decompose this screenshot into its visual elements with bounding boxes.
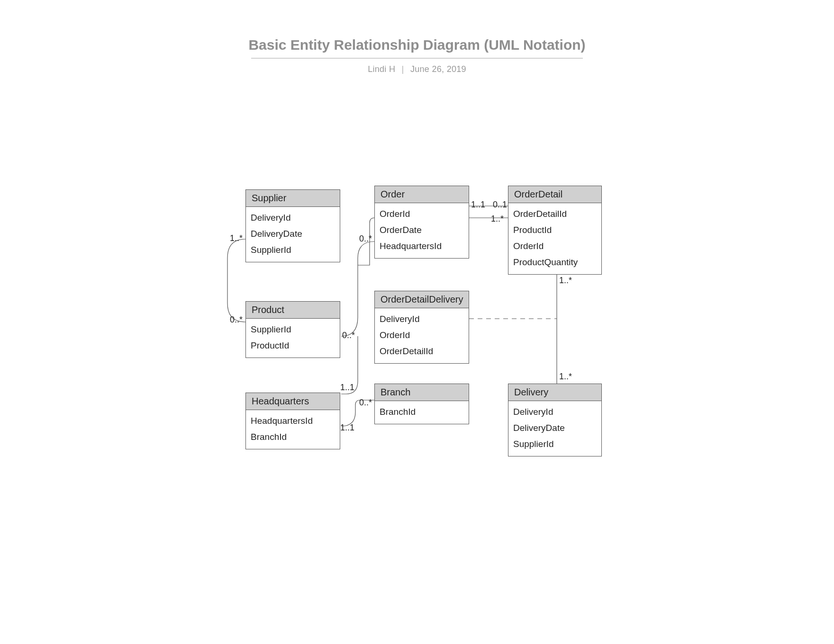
entity-attr: DeliveryId: [513, 404, 597, 420]
mult-label: 0..1: [493, 200, 507, 210]
entity-attr: OrderDetailId: [513, 206, 597, 222]
mult-label: 1..1: [340, 383, 354, 393]
page-subtitle: Lindi H | June 26, 2019: [0, 64, 834, 74]
entity-orderdetaildelivery: OrderDetailDelivery DeliveryId OrderId O…: [374, 291, 469, 364]
author-name: Lindi H: [368, 64, 395, 74]
entity-orderdetail: OrderDetail OrderDetailId ProductId Orde…: [508, 186, 602, 275]
entity-delivery: Delivery DeliveryId DeliveryDate Supplie…: [508, 384, 602, 456]
entity-headquarters: Headquarters HeadquartersId BranchId: [245, 393, 340, 449]
entity-branch: Branch BranchId: [374, 384, 469, 424]
mult-label: 1..*: [559, 372, 572, 382]
mult-label: 0..*: [342, 331, 355, 340]
entity-header: Branch: [375, 384, 469, 401]
entity-attr: OrderDetailId: [380, 343, 464, 359]
entity-attr: BranchId: [380, 404, 464, 420]
entity-body: DeliveryId DeliveryDate SupplierId: [508, 401, 601, 456]
mult-label: 0..*: [359, 234, 372, 244]
title-rule: [251, 58, 583, 59]
entity-header: Headquarters: [246, 393, 340, 410]
entity-body: DeliveryId OrderId OrderDetailId: [375, 308, 469, 363]
entity-attr: HeadquartersId: [251, 413, 335, 429]
mult-label: 1..*: [559, 276, 572, 286]
entity-attr: DeliveryDate: [513, 420, 597, 436]
entity-attr: OrderId: [380, 206, 464, 222]
entity-attr: DeliveryDate: [251, 226, 335, 242]
mult-label: 1..1: [340, 423, 354, 433]
doc-date: June 26, 2019: [410, 64, 466, 74]
entity-supplier: Supplier DeliveryId DeliveryDate Supplie…: [245, 189, 340, 262]
entity-header: Product: [246, 302, 340, 319]
entity-product: Product SupplierId ProductId: [245, 301, 340, 358]
entity-body: OrderId OrderDate HeadquartersId: [375, 203, 469, 258]
mult-label: 0..*: [359, 398, 372, 408]
entity-attr: DeliveryId: [380, 311, 464, 327]
entity-attr: OrderId: [513, 238, 597, 254]
page-title: Basic Entity Relationship Diagram (UML N…: [0, 37, 834, 53]
entity-attr: OrderId: [380, 327, 464, 343]
entity-order: Order OrderId OrderDate HeadquartersId: [374, 186, 469, 259]
entity-header: Delivery: [508, 384, 601, 401]
entity-attr: HeadquartersId: [380, 238, 464, 254]
entity-attr: OrderDate: [380, 222, 464, 238]
entity-body: BranchId: [375, 401, 469, 424]
mult-label: 1..1: [471, 200, 485, 210]
entity-attr: ProductQuantity: [513, 254, 597, 270]
mult-label: 1..*: [491, 214, 504, 224]
entity-header: OrderDetailDelivery: [375, 291, 469, 308]
entity-header: Supplier: [246, 190, 340, 207]
entity-attr: DeliveryId: [251, 210, 335, 226]
entity-attr: SupplierId: [251, 322, 335, 338]
entity-header: OrderDetail: [508, 186, 601, 203]
entity-attr: SupplierId: [251, 242, 335, 258]
separator: |: [402, 64, 404, 74]
entity-attr: ProductId: [251, 338, 335, 354]
entity-body: HeadquartersId BranchId: [246, 410, 340, 449]
entity-body: SupplierId ProductId: [246, 319, 340, 358]
mult-label: 1..*: [230, 233, 243, 243]
entity-body: DeliveryId DeliveryDate SupplierId: [246, 207, 340, 262]
entity-attr: SupplierId: [513, 436, 597, 452]
entity-header: Order: [375, 186, 469, 203]
mult-label: 0..*: [230, 315, 243, 325]
entity-attr: ProductId: [513, 222, 597, 238]
entity-body: OrderDetailId ProductId OrderId ProductQ…: [508, 203, 601, 274]
entity-attr: BranchId: [251, 429, 335, 445]
